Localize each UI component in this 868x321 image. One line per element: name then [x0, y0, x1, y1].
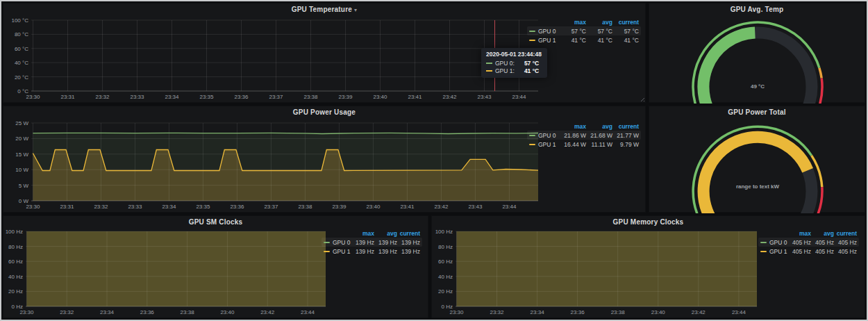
legend-series-toggle[interactable]: GPU 1	[529, 141, 560, 148]
svg-text:23:38: 23:38	[181, 309, 195, 315]
power-plot-area[interactable]: 0 W5 W10 W15 W20 W25 W23:3023:3123:3223:…	[5, 119, 543, 213]
svg-text:23:35: 23:35	[196, 204, 210, 210]
svg-text:20 Hz: 20 Hz	[8, 288, 23, 295]
svg-text:23:39: 23:39	[332, 204, 347, 210]
series-swatch-icon	[486, 63, 492, 64]
legend-series-toggle[interactable]: GPU 0	[529, 28, 560, 35]
legend-header: current	[397, 230, 420, 237]
gpu-memory-clocks-chart[interactable]: 0 Hz20 Hz40 Hz60 Hz80 Hz100 Hz23:3023:32…	[433, 227, 782, 321]
svg-text:23:42: 23:42	[434, 204, 449, 210]
avg_temp_gauge: 49 °C	[649, 19, 866, 104]
svg-text:40 Hz: 40 Hz	[438, 274, 453, 280]
svg-text:5 W: 5 W	[19, 183, 29, 189]
legend-stat-value: 57 °C	[560, 28, 586, 35]
svg-text:80 Hz: 80 Hz	[438, 244, 453, 250]
tooltip-row: GPU 1: 41 °C	[486, 67, 542, 74]
panel-title-gpu-power-usage[interactable]: GPU Power Usage	[3, 108, 645, 116]
legend-row: GPU 0139 Hz139 Hz139 Hz	[322, 238, 422, 247]
legend-series-toggle[interactable]: GPU 1	[760, 248, 788, 255]
svg-text:100 Hz: 100 Hz	[6, 229, 23, 235]
svg-text:23:44: 23:44	[512, 94, 526, 100]
panel-title-gpu-memory-clocks[interactable]: GPU Memory Clocks	[432, 218, 865, 226]
legend-stat-value: 21.68 W	[586, 132, 612, 139]
panel-title-gpu-temperature[interactable]: GPU Temperature▾	[3, 6, 645, 13]
legend-series-toggle[interactable]: GPU 1	[324, 248, 351, 255]
svg-text:23:34: 23:34	[100, 309, 115, 315]
svg-text:23:32: 23:32	[60, 309, 74, 315]
grafana-dashboard: GPU Temperature▾ 0 °C20 °C40 °C60 °C80 °…	[0, 0, 868, 321]
svg-text:20 °C: 20 °C	[15, 74, 28, 81]
legend-row: GPU 141 °C41 °C41 °C	[527, 35, 641, 44]
panel-title-gpu-sm-clocks[interactable]: GPU SM Clocks	[3, 218, 428, 226]
panel-gpu-memory-clocks: GPU Memory Clocks 0 Hz20 Hz40 Hz60 Hz80 …	[431, 215, 865, 318]
legend-stat-value: 21.77 W	[612, 132, 639, 139]
panel-title-text: GPU Temperature	[292, 6, 352, 13]
svg-text:100 Hz: 100 Hz	[435, 229, 453, 235]
svg-text:23:44: 23:44	[732, 309, 746, 315]
panel-gpu-power-total: GPU Power Total range to text kW	[649, 106, 865, 213]
svg-text:23:41: 23:41	[400, 204, 415, 210]
sm_clocks-plot-area[interactable]: 0 Hz20 Hz40 Hz60 Hz80 Hz100 Hz23:3023:32…	[5, 227, 347, 319]
panel-title-text: GPU Memory Clocks	[613, 218, 684, 226]
memory_clocks-plot-area[interactable]: 0 Hz20 Hz40 Hz60 Hz80 Hz100 Hz23:3023:32…	[433, 227, 782, 319]
legend-stat-value: 41 °C	[586, 37, 612, 44]
svg-text:25 W: 25 W	[15, 120, 28, 126]
gpu-sm-clocks-legend: maxavgcurrentGPU 0139 Hz139 Hz139 HzGPU …	[322, 229, 422, 256]
svg-text:23:43: 23:43	[468, 204, 483, 210]
series-swatch-icon	[760, 251, 767, 252]
gpu-power-total-gauge: range to text kW	[649, 122, 866, 216]
gpu-power-usage-chart[interactable]: 0 W5 W10 W15 W20 W25 W23:3023:3123:3223:…	[5, 119, 543, 216]
panel-gpu-temperature: GPU Temperature▾ 0 °C20 °C40 °C60 °C80 °…	[3, 3, 646, 103]
series-swatch-icon	[324, 251, 330, 252]
svg-text:23:44: 23:44	[301, 309, 315, 315]
legend-series-toggle[interactable]: GPU 0	[760, 239, 788, 246]
svg-text:23:38: 23:38	[303, 94, 318, 100]
legend-stat-value: 139 Hz	[397, 248, 420, 255]
legend-stat-value: 405 Hz	[788, 239, 811, 246]
series-swatch-icon	[529, 40, 535, 41]
legend-stat-value: 139 Hz	[397, 239, 420, 246]
panel-title-gpu-avg-temp[interactable]: GPU Avg. Temp	[649, 6, 865, 13]
legend-header: avg	[586, 123, 612, 130]
svg-text:23:30: 23:30	[19, 309, 34, 315]
legend-header: max	[351, 230, 374, 237]
panel-resize-handle[interactable]	[639, 96, 644, 101]
tooltip-row: GPU 0: 57 °C	[486, 60, 542, 67]
svg-text:23:31: 23:31	[60, 94, 75, 100]
temperature-plot-area[interactable]: 0 °C20 °C40 °C60 °C80 °C100 °C23:3023:31…	[5, 16, 543, 101]
legend-stat-value: 41 °C	[612, 37, 639, 44]
legend-header: avg	[811, 230, 834, 237]
svg-text:23:32: 23:32	[95, 94, 110, 100]
gpu-power-usage-legend: maxavgcurrentGPU 021.86 W21.68 W21.77 WG…	[527, 122, 641, 149]
legend-header-row: maxavgcurrent	[527, 17, 641, 26]
gpu-sm-clocks-chart[interactable]: 0 Hz20 Hz40 Hz60 Hz80 Hz100 Hz23:3023:32…	[5, 227, 347, 321]
legend-series-toggle[interactable]: GPU 0	[529, 132, 560, 139]
svg-text:23:36: 23:36	[140, 309, 155, 315]
tooltip-series-value: 41 °C	[524, 67, 539, 74]
svg-text:23:30: 23:30	[449, 309, 464, 315]
panel-title-gpu-power-total[interactable]: GPU Power Total	[649, 108, 865, 116]
svg-text:23:37: 23:37	[269, 94, 283, 100]
svg-text:23:33: 23:33	[128, 204, 142, 210]
gpu-temperature-chart[interactable]: 0 °C20 °C40 °C60 °C80 °C100 °C23:3023:31…	[5, 16, 543, 104]
tooltip-timestamp: 2020-05-01 23:44:48	[486, 51, 542, 58]
legend-stat-value: 16.44 W	[560, 141, 586, 148]
panel-gpu-sm-clocks: GPU SM Clocks 0 Hz20 Hz40 Hz60 Hz80 Hz10…	[3, 215, 428, 318]
legend-series-toggle[interactable]: GPU 1	[529, 37, 560, 44]
series-swatch-icon	[760, 242, 767, 243]
chevron-down-icon[interactable]: ▾	[354, 7, 357, 13]
legend-header-row: maxavgcurrent	[527, 122, 641, 131]
legend-stat-value: 139 Hz	[374, 239, 397, 246]
legend-stat-value: 57 °C	[586, 28, 612, 35]
svg-text:23:30: 23:30	[26, 94, 40, 100]
svg-text:23:35: 23:35	[199, 94, 214, 100]
tooltip-series-name: GPU 1:	[495, 67, 515, 74]
legend-header: max	[560, 19, 586, 26]
series-swatch-icon	[529, 31, 535, 32]
legend-row: GPU 0405 Hz405 Hz405 Hz	[758, 238, 859, 247]
legend-row: GPU 1139 Hz139 Hz139 Hz	[322, 247, 422, 256]
legend-row: GPU 021.86 W21.68 W21.77 W	[527, 131, 641, 140]
legend-header-row: maxavgcurrent	[758, 229, 859, 238]
legend-series-toggle[interactable]: GPU 0	[324, 239, 351, 246]
legend-stat-value: 405 Hz	[834, 239, 857, 246]
